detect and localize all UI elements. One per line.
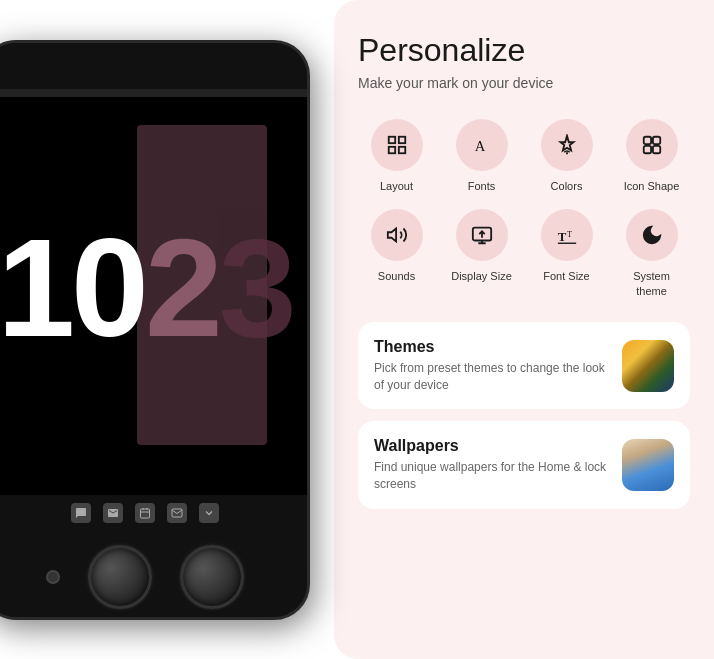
svg-text:T: T [567, 230, 572, 239]
colors-icon-circle [541, 119, 593, 171]
grid-item-font-size[interactable]: T T Font Size [528, 209, 605, 298]
clock-hour: 10 [0, 218, 145, 358]
app-icon-chevron [199, 503, 219, 523]
sounds-icon-circle [371, 209, 423, 261]
themes-title: Themes [374, 338, 610, 356]
camera-lens-left [88, 545, 152, 609]
grid-item-icon-shape[interactable]: Icon Shape [613, 119, 690, 193]
themes-card[interactable]: Themes Pick from preset themes to change… [358, 322, 690, 410]
svg-rect-8 [643, 146, 650, 153]
app-icons-row [0, 503, 291, 523]
wallpapers-thumbnail [622, 439, 674, 491]
svg-rect-1 [398, 137, 404, 143]
panel-subtitle: Make your mark on your device [358, 75, 690, 91]
app-icon-calendar [135, 503, 155, 523]
themes-desc: Pick from preset themes to change the lo… [374, 360, 610, 394]
clock-min-ones: 3 [219, 218, 293, 358]
icon-grid: Layout A Fonts Colors [358, 119, 690, 298]
layout-icon-circle [371, 119, 423, 171]
icon-shape-circle [626, 119, 678, 171]
sounds-label: Sounds [378, 269, 415, 283]
wallpapers-text: Wallpapers Find unique wallpapers for th… [374, 437, 610, 493]
system-theme-icon-circle [626, 209, 678, 261]
clock-min-tens: 2 [145, 218, 219, 358]
phone-top-bar [0, 43, 307, 95]
right-panel: Personalize Make your mark on your devic… [334, 0, 714, 659]
camera-lens-right [180, 545, 244, 609]
wallpapers-title: Wallpapers [374, 437, 610, 455]
phone-screen: 10 2 3 [0, 95, 307, 495]
app-icon-mail2 [167, 503, 187, 523]
panel-title: Personalize [358, 32, 690, 69]
font-size-label: Font Size [543, 269, 589, 283]
svg-rect-18 [141, 509, 150, 518]
themes-text: Themes Pick from preset themes to change… [374, 338, 610, 394]
clock-display: 10 2 3 [0, 218, 293, 358]
grid-item-colors[interactable]: Colors [528, 119, 605, 193]
icon-shape-label: Icon Shape [624, 179, 680, 193]
themes-thumbnail [622, 340, 674, 392]
camera-row [46, 545, 244, 609]
wallpapers-desc: Find unique wallpapers for the Home & lo… [374, 459, 610, 493]
font-size-icon-circle: T T [541, 209, 593, 261]
svg-rect-0 [388, 137, 394, 143]
camera-indicator [46, 570, 60, 584]
system-theme-label: Systemtheme [633, 269, 670, 298]
svg-text:T: T [557, 230, 566, 244]
svg-rect-6 [643, 137, 650, 144]
svg-rect-9 [652, 146, 659, 153]
grid-item-fonts[interactable]: A Fonts [443, 119, 520, 193]
svg-rect-7 [652, 137, 659, 144]
phone-body: 10 2 3 [0, 40, 310, 620]
layout-label: Layout [380, 179, 413, 193]
svg-rect-2 [388, 147, 394, 153]
colors-label: Colors [551, 179, 583, 193]
phone-hinge [0, 89, 307, 97]
fonts-label: Fonts [468, 179, 496, 193]
app-icon-email [103, 503, 123, 523]
svg-text:A: A [474, 138, 485, 154]
grid-item-system-theme[interactable]: Systemtheme [613, 209, 690, 298]
display-size-label: Display Size [451, 269, 512, 283]
svg-rect-3 [398, 147, 404, 153]
svg-marker-10 [387, 229, 395, 242]
wallpapers-card[interactable]: Wallpapers Find unique wallpapers for th… [358, 421, 690, 509]
phone-bottom [0, 495, 307, 620]
app-icon-messages [71, 503, 91, 523]
display-size-icon-circle [456, 209, 508, 261]
fonts-icon-circle: A [456, 119, 508, 171]
grid-item-display-size[interactable]: Display Size [443, 209, 520, 298]
phone-mockup: 10 2 3 [0, 40, 370, 630]
